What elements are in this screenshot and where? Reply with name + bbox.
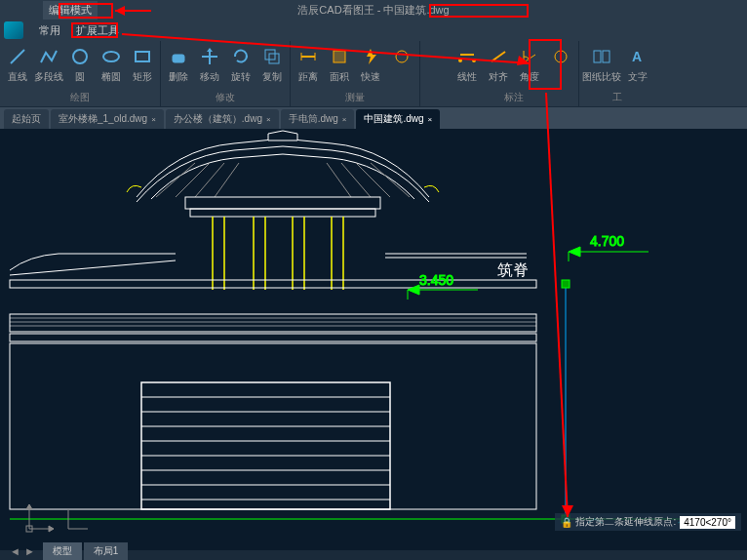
tool-compare[interactable]: 图纸比较 (581, 43, 622, 90)
tool-rect[interactable]: 矩形 (127, 43, 158, 90)
distance-icon (296, 45, 320, 68)
svg-rect-6 (265, 50, 275, 60)
svg-point-17 (555, 51, 567, 62)
tool-distance[interactable]: 距离 (293, 43, 324, 90)
svg-marker-49 (408, 285, 419, 295)
group-label-measure: 测量 (293, 90, 417, 105)
tool-area[interactable]: 面积 (324, 43, 355, 90)
group-label-modify: 修改 (163, 90, 288, 105)
eraser-icon (167, 45, 190, 68)
tab-layout1[interactable]: 布局1 (84, 542, 129, 560)
app-title: 浩辰CAD看图王 - 中国建筑.dwg (297, 3, 449, 18)
tool-ellipse[interactable]: 椭圆 (96, 43, 127, 90)
rotate-icon (229, 45, 253, 68)
cad-drawing: 3.450 4.700 筑脊 (0, 129, 747, 550)
svg-rect-4 (173, 55, 184, 62)
tool-copy[interactable]: 复制 (256, 43, 288, 90)
aligned-dim-icon (487, 45, 510, 68)
tool-text[interactable]: A文字 (622, 43, 653, 90)
tab-model[interactable]: 模型 (43, 542, 82, 560)
command-prompt: 🔒 指定第二条延伸线原点: 4170<270° (555, 513, 741, 531)
tab-nav-prev-icon[interactable]: ◄ (10, 545, 20, 557)
svg-line-0 (11, 50, 24, 63)
tool-measure4[interactable] (386, 43, 417, 90)
tab-file4[interactable]: 中国建筑.dwg× (356, 109, 440, 129)
svg-rect-36 (10, 334, 536, 341)
tool-rotate[interactable]: 旋转 (225, 43, 256, 90)
tab-file3[interactable]: 手电筒.dwg× (281, 109, 355, 129)
tool-move[interactable]: 移动 (194, 43, 225, 90)
close-icon[interactable]: × (266, 115, 271, 124)
svg-point-1 (73, 50, 87, 63)
close-icon[interactable]: × (342, 115, 347, 124)
drawing-canvas[interactable]: 3.450 4.700 筑脊 (0, 129, 747, 550)
svg-point-15 (472, 59, 476, 62)
move-icon (198, 45, 221, 68)
copy-icon (260, 45, 284, 68)
quick-icon (359, 45, 382, 68)
ribbon: 直线 多段线 圆 椭圆 矩形 绘图 删除 移动 旋转 复制 修改 距离 面积 快… (0, 41, 747, 107)
layout-tabs: ◄ ► 模型 布局1 (0, 542, 130, 560)
ribbon-group-measure: 距离 面积 快速 测量 (291, 41, 420, 106)
svg-rect-31 (10, 280, 536, 288)
tool-circle[interactable]: 圆 (64, 43, 96, 90)
lock-icon: 🔒 (561, 517, 572, 528)
ribbon-group-modify: 删除 移动 旋转 复制 修改 (161, 41, 291, 106)
svg-marker-60 (26, 504, 32, 509)
dimension-2: 4.700 (590, 233, 624, 249)
tool-ann4[interactable] (545, 43, 576, 90)
app-logo-icon[interactable] (4, 21, 23, 39)
group-label-draw: 绘图 (2, 90, 158, 105)
mode-button[interactable]: 编辑模式 (43, 1, 98, 20)
linear-dim-icon (455, 45, 479, 68)
ribbon-group-annotation: 线性 对齐 角度 标注 (450, 41, 579, 106)
file-tabs: 起始页 室外楼梯_1_old.dwg× 办公楼（建筑）.dwg× 手电筒.dwg… (0, 107, 747, 129)
tool-aligned[interactable]: 对齐 (483, 43, 514, 90)
tool-angle[interactable]: 角度 (514, 43, 545, 90)
svg-line-16 (491, 52, 505, 61)
close-icon[interactable]: × (151, 115, 156, 124)
svg-marker-5 (207, 48, 213, 52)
angle-dim-icon (518, 45, 541, 68)
coord-input[interactable]: 4170<270° (680, 516, 735, 529)
svg-point-12 (396, 51, 408, 62)
svg-rect-38 (141, 382, 390, 509)
svg-rect-32 (10, 314, 536, 332)
svg-rect-19 (603, 51, 609, 62)
tool-line[interactable]: 直线 (2, 43, 33, 90)
compare-icon (590, 45, 613, 68)
tab-file1[interactable]: 室外楼梯_1_old.dwg× (51, 109, 164, 129)
svg-text:A: A (632, 49, 642, 64)
title-bar: 编辑模式 浩辰CAD看图王 - 中国建筑.dwg (0, 0, 747, 20)
svg-point-2 (103, 52, 119, 61)
ribbon-group-tools: 图纸比较 A文字 工 (579, 41, 655, 106)
svg-marker-52 (569, 247, 580, 257)
svg-rect-21 (185, 197, 380, 209)
area-icon (328, 45, 351, 68)
close-icon[interactable]: × (428, 115, 433, 124)
tool-quick[interactable]: 快速 (355, 43, 386, 90)
label-ridge: 筑脊 (497, 261, 529, 278)
rect-icon (131, 45, 154, 68)
tool-delete[interactable]: 删除 (163, 43, 194, 90)
menu-extended-tools[interactable]: 扩展工具 (68, 21, 127, 40)
svg-rect-7 (269, 54, 279, 63)
tab-file2[interactable]: 办公楼（建筑）.dwg× (166, 109, 279, 129)
ellipse-icon (99, 45, 123, 68)
tab-home[interactable]: 起始页 (4, 109, 49, 129)
text-icon: A (626, 45, 649, 68)
svg-marker-58 (49, 526, 54, 532)
menu-bar: 常用 扩展工具 (0, 20, 747, 41)
ribbon-group-draw: 直线 多段线 圆 椭圆 矩形 绘图 (0, 41, 161, 106)
tab-nav-next-icon[interactable]: ► (24, 545, 35, 557)
menu-common[interactable]: 常用 (31, 21, 68, 40)
measure4-icon (390, 45, 413, 68)
svg-point-14 (458, 59, 462, 62)
line-icon (6, 45, 29, 68)
tool-polyline[interactable]: 多段线 (33, 43, 64, 90)
svg-rect-11 (334, 51, 345, 62)
svg-rect-18 (594, 51, 601, 62)
group-label-annotation: 标注 (452, 90, 576, 105)
tool-linear[interactable]: 线性 (452, 43, 483, 90)
polyline-icon (37, 45, 60, 68)
